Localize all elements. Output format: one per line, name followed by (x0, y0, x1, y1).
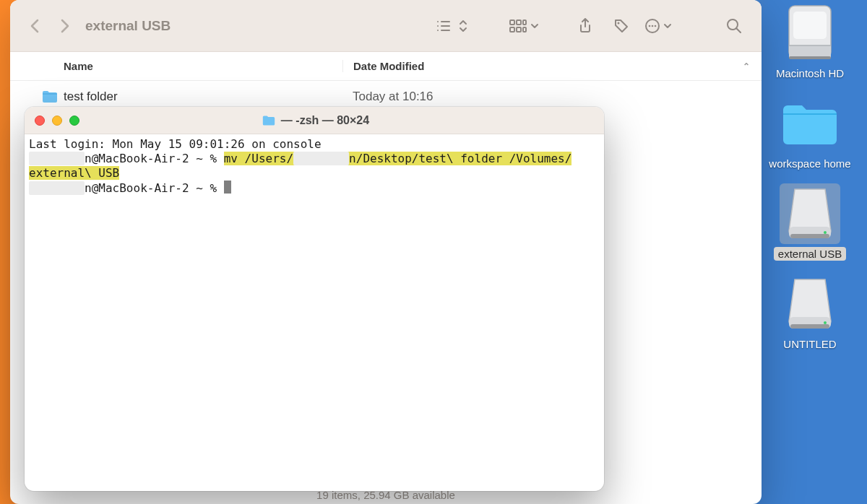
file-date: Today at 10:16 (342, 90, 762, 104)
svg-rect-21 (789, 45, 831, 46)
terminal-line: n@MacBook-Air-2 ~ % mv /Users/ n/Desktop… (29, 152, 571, 165)
terminal-line: external\ USB (29, 166, 119, 180)
svg-line-18 (736, 28, 741, 32)
desktop-item-label: external USB (774, 247, 846, 261)
terminal-body[interactable]: Last login: Mon May 15 09:01:26 on conso… (25, 134, 604, 491)
view-list-group[interactable] (436, 19, 468, 33)
folder-icon (262, 115, 275, 126)
file-name: test folder (64, 90, 118, 104)
external-drive-icon (785, 275, 835, 333)
svg-point-12 (618, 22, 620, 24)
finder-column-headers: Name Date Modified ⌃ (10, 52, 762, 81)
maximize-button[interactable] (69, 116, 79, 126)
hdd-icon (785, 4, 835, 62)
svg-point-26 (824, 231, 827, 234)
svg-rect-11 (523, 27, 526, 32)
column-header-name[interactable]: Name (10, 60, 342, 72)
close-button[interactable] (35, 116, 45, 126)
desktop-item-label: Macintosh HD (772, 66, 848, 80)
terminal-window: — -zsh — 80×24 Last login: Mon May 15 09… (25, 107, 604, 491)
sort-caret-icon: ⌃ (743, 61, 750, 71)
desktop-item-workspace-home[interactable]: workspace home (764, 93, 855, 170)
svg-rect-7 (517, 20, 521, 25)
terminal-line: Last login: Mon May 15 09:01:26 on conso… (29, 137, 322, 151)
cursor (224, 181, 231, 194)
svg-rect-8 (523, 20, 526, 25)
terminal-line: n@MacBook-Air-2 ~ % (29, 181, 231, 195)
svg-rect-20 (789, 45, 831, 58)
search-button[interactable] (721, 15, 747, 37)
desktop-item-untitled[interactable]: UNTITLED (779, 274, 840, 351)
desktop-item-label: UNTITLED (779, 337, 840, 351)
finder-toolbar: external USB (10, 0, 762, 52)
desktop-item-macintosh-hd[interactable]: Macintosh HD (772, 3, 848, 80)
share-button[interactable] (572, 15, 598, 37)
chevrons-updown-icon (458, 19, 468, 33)
desktop-item-label: workspace home (764, 157, 855, 170)
svg-rect-22 (789, 56, 831, 59)
terminal-titlebar[interactable]: — -zsh — 80×24 (25, 107, 604, 134)
svg-point-14 (649, 25, 651, 27)
folder-icon (780, 100, 840, 147)
svg-rect-9 (510, 27, 514, 32)
actions-button[interactable] (644, 18, 672, 34)
svg-rect-10 (517, 27, 521, 32)
desktop-icons: Macintosh HD workspace home external USB (756, 3, 864, 351)
back-button[interactable] (25, 16, 45, 36)
finder-title: external USB (85, 18, 171, 34)
forward-button[interactable] (55, 16, 75, 36)
svg-point-16 (655, 25, 657, 27)
external-drive-icon (785, 185, 835, 243)
folder-icon (42, 90, 58, 103)
chevron-down-icon (663, 22, 672, 30)
svg-point-29 (824, 321, 827, 324)
svg-rect-28 (790, 324, 829, 329)
svg-rect-25 (790, 234, 829, 238)
tags-button[interactable] (608, 15, 634, 37)
view-grid-group[interactable] (509, 19, 539, 33)
desktop-item-external-usb[interactable]: external USB (774, 183, 846, 261)
svg-rect-23 (793, 12, 827, 39)
svg-point-15 (652, 25, 654, 27)
chevron-down-icon (530, 22, 539, 30)
terminal-title: — -zsh — 80×24 (87, 114, 545, 127)
minimize-button[interactable] (52, 116, 62, 126)
column-header-date[interactable]: Date Modified ⌃ (342, 60, 762, 72)
svg-rect-6 (510, 20, 514, 25)
